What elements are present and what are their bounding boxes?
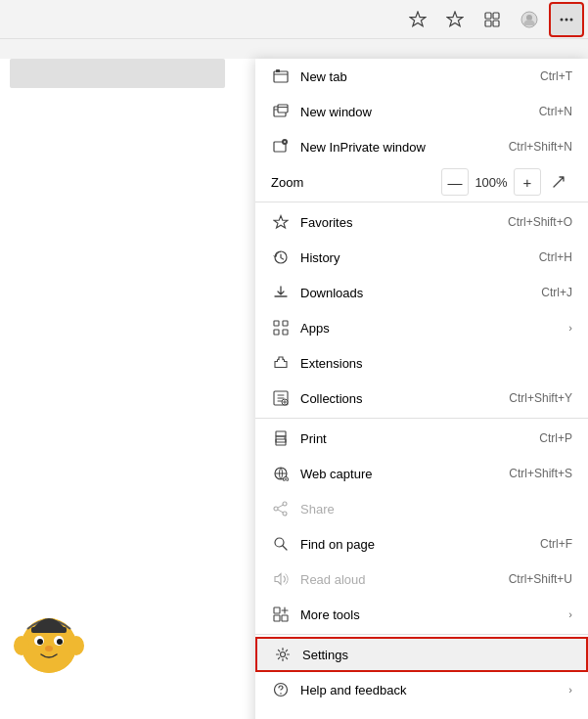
settings-label: Settings: [302, 648, 570, 662]
reading-list-button[interactable]: [437, 2, 473, 37]
svg-rect-1: [493, 13, 499, 19]
find-on-page-shortcut: Ctrl+F: [540, 537, 572, 551]
history-icon: [271, 247, 291, 267]
zoom-increase-button[interactable]: +: [514, 168, 541, 196]
menu-item-downloads[interactable]: Downloads Ctrl+J: [255, 275, 588, 310]
downloads-shortcut: Ctrl+J: [541, 286, 572, 299]
menu-item-extensions[interactable]: Extensions: [255, 345, 588, 381]
zoom-decrease-button[interactable]: —: [441, 168, 469, 196]
favorites-shortcut: Ctrl+Shift+O: [508, 215, 572, 229]
svg-rect-43: [274, 607, 280, 613]
svg-rect-41: [274, 615, 280, 621]
svg-point-46: [280, 693, 282, 695]
new-window-label: New window: [300, 105, 531, 119]
svg-point-16: [14, 636, 29, 655]
svg-rect-0: [485, 13, 491, 19]
zoom-row: Zoom — 100% +: [255, 164, 588, 200]
apps-arrow: ›: [568, 322, 572, 334]
favorites-menu-icon: [271, 212, 291, 232]
svg-point-6: [561, 18, 564, 21]
web-capture-icon: [271, 464, 291, 483]
svg-point-7: [565, 18, 568, 21]
svg-point-8: [570, 18, 573, 21]
extensions-icon: [271, 353, 291, 373]
toolbar-icons: [400, 2, 584, 37]
dropdown-menu: New tab Ctrl+T New window Ctrl+N: [255, 59, 588, 719]
collections-button[interactable]: [475, 2, 510, 37]
menu-item-favorites[interactable]: Favorites Ctrl+Shift+O: [255, 204, 588, 240]
menu-item-help[interactable]: Help and feedback ›: [255, 672, 588, 707]
help-arrow: ›: [568, 684, 572, 696]
menu-button[interactable]: [549, 2, 584, 37]
menu-item-print[interactable]: Print Ctrl+P: [255, 421, 588, 456]
more-tools-label: More tools: [300, 607, 565, 622]
svg-point-13: [37, 639, 43, 645]
favorites-label: Favorites: [300, 215, 500, 230]
inprivate-label: New InPrivate window: [300, 140, 501, 155]
svg-point-39: [274, 507, 278, 511]
svg-rect-32: [276, 431, 286, 436]
extensions-label: Extensions: [300, 356, 572, 371]
menu-item-settings[interactable]: Settings: [255, 637, 588, 672]
profile-icon: [520, 11, 538, 28]
share-label: Share: [300, 502, 572, 517]
settings-icon: [273, 645, 293, 664]
menu-item-more-tools[interactable]: More tools ›: [255, 597, 588, 632]
web-capture-shortcut: Ctrl+Shift+S: [509, 467, 572, 480]
menu-item-collections[interactable]: Collections Ctrl+Shift+Y: [255, 381, 588, 416]
menu-item-history[interactable]: History Ctrl+H: [255, 240, 588, 275]
svg-rect-42: [282, 615, 288, 621]
find-icon: [271, 534, 291, 554]
profile-button[interactable]: [512, 2, 547, 37]
collections-label: Collections: [300, 391, 501, 406]
svg-point-34: [284, 437, 286, 439]
zoom-expand-button[interactable]: [545, 168, 572, 196]
zoom-label: Zoom: [271, 175, 441, 190]
more-options-icon: [558, 11, 575, 28]
zoom-controls: — 100% +: [441, 168, 572, 196]
web-capture-label: Web capture: [300, 467, 501, 481]
read-aloud-label: Read aloud: [300, 572, 501, 587]
menu-item-share: Share: [255, 491, 588, 526]
zoom-value: 100%: [473, 175, 510, 190]
new-window-shortcut: Ctrl+N: [539, 105, 572, 118]
divider-1: [255, 202, 588, 202]
help-icon: [271, 680, 291, 699]
favorites-star-button[interactable]: [400, 2, 435, 37]
svg-rect-22: [278, 105, 288, 112]
divider-3: [255, 634, 588, 635]
more-tools-arrow: ›: [568, 608, 572, 620]
find-on-page-label: Find on page: [300, 537, 532, 552]
menu-item-web-capture[interactable]: Web capture Ctrl+Shift+S: [255, 456, 588, 491]
history-label: History: [300, 250, 531, 265]
read-aloud-shortcut: Ctrl+Shift+U: [509, 572, 572, 586]
downloads-icon: [271, 283, 291, 302]
new-tab-label: New tab: [300, 69, 532, 84]
svg-rect-28: [274, 330, 279, 335]
print-shortcut: Ctrl+P: [539, 431, 572, 445]
new-tab-shortcut: Ctrl+T: [540, 69, 572, 83]
inprivate-icon: [271, 137, 291, 157]
menu-item-apps[interactable]: Apps ›: [255, 310, 588, 345]
menu-item-new-tab[interactable]: New tab Ctrl+T: [255, 59, 588, 94]
collections-shortcut: Ctrl+Shift+Y: [509, 391, 572, 405]
apps-label: Apps: [300, 321, 565, 336]
apps-icon: [271, 318, 291, 337]
reading-list-icon: [446, 11, 464, 28]
favorites-icon: [409, 11, 427, 28]
address-bar-placeholder: [10, 59, 225, 88]
new-window-icon: [271, 102, 291, 121]
content-area: New tab Ctrl+T New window Ctrl+N: [0, 59, 588, 719]
print-icon: [271, 428, 291, 448]
svg-point-15: [45, 646, 53, 652]
svg-point-17: [68, 636, 84, 655]
svg-point-44: [281, 652, 286, 657]
svg-rect-27: [283, 321, 288, 326]
collections-menu-icon: [271, 388, 291, 408]
svg-rect-26: [274, 321, 279, 326]
new-tab-icon: [271, 67, 291, 86]
svg-rect-18: [31, 627, 67, 633]
menu-item-new-window[interactable]: New window Ctrl+N: [255, 94, 588, 129]
menu-item-inprivate[interactable]: New InPrivate window Ctrl+Shift+N: [255, 129, 588, 164]
menu-item-find-on-page[interactable]: Find on page Ctrl+F: [255, 526, 588, 562]
